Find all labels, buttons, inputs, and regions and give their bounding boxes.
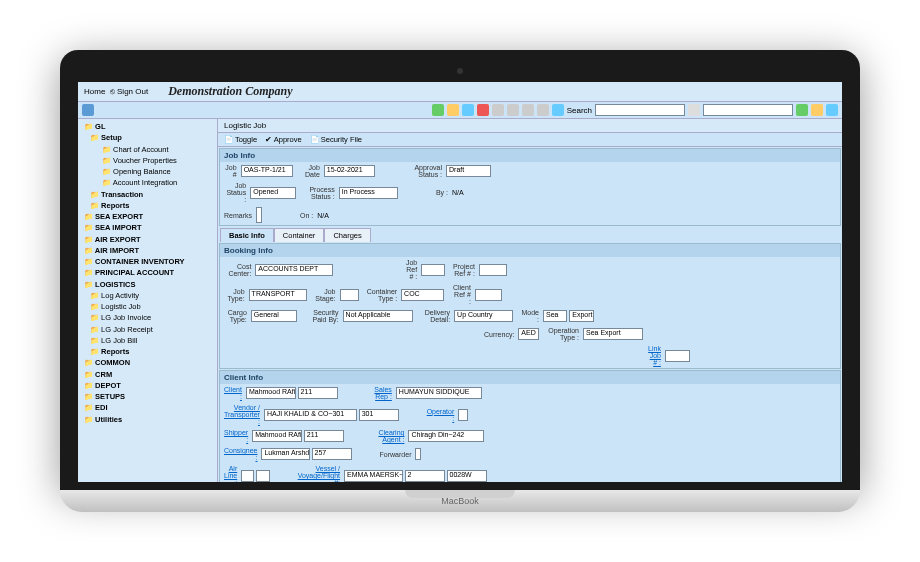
- jobref-input[interactable]: [421, 264, 445, 276]
- vendor-code[interactable]: 301: [359, 409, 399, 421]
- nav-prev-icon[interactable]: [507, 104, 519, 116]
- operator-label[interactable]: Operator :: [427, 408, 457, 422]
- client-label[interactable]: Client :: [224, 386, 244, 400]
- client-input[interactable]: Mahmood RAfi~211: [246, 387, 296, 399]
- tree-item[interactable]: 📁 Transaction: [80, 189, 215, 200]
- approval-select[interactable]: Draft: [446, 165, 491, 177]
- cref-input[interactable]: [475, 289, 502, 301]
- approve-action[interactable]: ✔ Approve: [265, 135, 302, 144]
- tree-item[interactable]: 📁 SEA EXPORT: [80, 211, 215, 222]
- search-field-2[interactable]: [703, 104, 793, 116]
- search-field-1[interactable]: [595, 104, 685, 116]
- home-link[interactable]: Home: [84, 87, 105, 96]
- operator-input[interactable]: [458, 409, 468, 421]
- nav-next-icon[interactable]: [522, 104, 534, 116]
- tree-item[interactable]: 📁 LG Job Bill: [80, 335, 215, 346]
- shipper-label[interactable]: Shipper :: [224, 429, 250, 443]
- status-select[interactable]: Opened: [250, 187, 296, 199]
- tree-item[interactable]: 📁 Reports: [80, 346, 215, 357]
- new-icon[interactable]: [432, 104, 444, 116]
- linkjob-input[interactable]: [665, 350, 690, 362]
- projref-label: Project Ref # :: [453, 263, 477, 277]
- tree-item[interactable]: 📁 LOGISTICS: [80, 279, 215, 290]
- vessel-input[interactable]: EMMA MAERSK~2: [344, 470, 402, 482]
- refresh-icon[interactable]: [811, 104, 823, 116]
- tree-item[interactable]: 📁 CRM: [80, 369, 215, 380]
- tree-item[interactable]: 📁 Setup: [80, 132, 215, 143]
- tree-item[interactable]: 📁 AIR EXPORT: [80, 234, 215, 245]
- nav-last-icon[interactable]: [537, 104, 549, 116]
- client-code[interactable]: 211: [298, 387, 338, 399]
- tree-item[interactable]: 📁 GL: [80, 121, 215, 132]
- vendor-label[interactable]: Vendor / Transporter :: [224, 404, 262, 425]
- mode2-select[interactable]: Export: [569, 310, 593, 322]
- vessel-label[interactable]: Vessel / Voyage/Flight #:: [298, 465, 342, 482]
- tree-item[interactable]: 📁 Reports: [80, 200, 215, 211]
- voyage-input[interactable]: 0028W: [447, 470, 487, 482]
- consignee-label[interactable]: Consignee :: [224, 447, 259, 461]
- secpaid-select[interactable]: Not Applicable: [343, 310, 413, 322]
- tree-item[interactable]: 📁 SETUPS: [80, 391, 215, 402]
- airline-input[interactable]: [241, 470, 254, 482]
- tree-item[interactable]: 📁 Logistic Job: [80, 301, 215, 312]
- tree-item[interactable]: 📁 CONTAINER INVENTORY: [80, 256, 215, 267]
- cagent-input[interactable]: Chiragh Din~242: [408, 430, 484, 442]
- tree-item[interactable]: 📁 Log Activity: [80, 290, 215, 301]
- jobtype-select[interactable]: TRANSPORT: [249, 289, 308, 301]
- tree-item[interactable]: 📁 COMMON: [80, 357, 215, 368]
- consignee-code[interactable]: 257: [312, 448, 352, 460]
- shipper-input[interactable]: Mahmood RAfi~211: [252, 430, 302, 442]
- tree-item[interactable]: 📁 AIR IMPORT: [80, 245, 215, 256]
- remarks-input[interactable]: [256, 207, 262, 223]
- vessel-code[interactable]: 2: [405, 470, 445, 482]
- tab-container[interactable]: Container: [274, 228, 325, 242]
- toggle-action[interactable]: 📄 Toggle: [224, 135, 257, 144]
- tree-item[interactable]: 📁 EDI: [80, 402, 215, 413]
- consignee-input[interactable]: Lukman Arshd~257: [261, 448, 309, 460]
- forwarder-input[interactable]: [415, 448, 421, 460]
- nav-first-icon[interactable]: [492, 104, 504, 116]
- tree-item[interactable]: 📁 Voucher Properties: [80, 155, 215, 166]
- ctype-select[interactable]: COC: [401, 289, 443, 301]
- save-icon[interactable]: [462, 104, 474, 116]
- print-icon[interactable]: [552, 104, 564, 116]
- help-icon[interactable]: [826, 104, 838, 116]
- tree-item[interactable]: 📁 Chart of Account: [80, 144, 215, 155]
- toolbar-icon[interactable]: [82, 104, 94, 116]
- projref-input[interactable]: [479, 264, 508, 276]
- mode1-select[interactable]: Sea: [543, 310, 567, 322]
- cur-select[interactable]: AED: [518, 328, 538, 340]
- tree-item[interactable]: 📁 Account Integration: [80, 177, 215, 188]
- cc-select[interactable]: ACCOUNTS DEPT: [255, 264, 333, 276]
- tab-basic-info[interactable]: Basic Info: [220, 228, 274, 242]
- cargo-select[interactable]: General: [251, 310, 297, 322]
- jobdate-input[interactable]: 15-02-2021: [324, 165, 375, 177]
- tree-item[interactable]: 📁 SEA IMPORT: [80, 222, 215, 233]
- optype-select[interactable]: Sea Export: [583, 328, 643, 340]
- tree-item[interactable]: 📁 Utilities: [80, 414, 215, 425]
- tree-item[interactable]: 📁 LG Job Invoice: [80, 312, 215, 323]
- sales-input[interactable]: HUMAYUN SIDDIQUE: [396, 387, 483, 399]
- linkjob-label[interactable]: Link Job # :: [644, 345, 663, 366]
- jobstage-select[interactable]: [340, 289, 359, 301]
- tree-item[interactable]: 📁 Opening Balance: [80, 166, 215, 177]
- delete-icon[interactable]: [477, 104, 489, 116]
- airline-code[interactable]: [256, 470, 269, 482]
- shipper-code[interactable]: 211: [304, 430, 344, 442]
- go-icon[interactable]: [796, 104, 808, 116]
- sales-label[interactable]: Sales Rep :: [366, 386, 394, 400]
- vendor-input[interactable]: HAJI KHALID & CO~301: [264, 409, 357, 421]
- cagent-label[interactable]: Clearing Agent :: [372, 429, 407, 443]
- airline-label[interactable]: Air Line :: [224, 465, 239, 482]
- search-divider-icon: [688, 104, 700, 116]
- security-action[interactable]: 📄 Security File: [310, 135, 362, 144]
- tree-item[interactable]: 📁 PRINCIPAL ACCOUNT: [80, 267, 215, 278]
- open-icon[interactable]: [447, 104, 459, 116]
- jobno-input[interactable]: OAS-TP-1/21: [241, 165, 294, 177]
- process-select[interactable]: In Process: [339, 187, 398, 199]
- delivery-select[interactable]: Up Country: [454, 310, 513, 322]
- signout-link[interactable]: Sign Out: [117, 87, 148, 96]
- tree-item[interactable]: 📁 DEPOT: [80, 380, 215, 391]
- tab-charges[interactable]: Charges: [324, 228, 370, 242]
- tree-item[interactable]: 📁 LG Job Receipt: [80, 324, 215, 335]
